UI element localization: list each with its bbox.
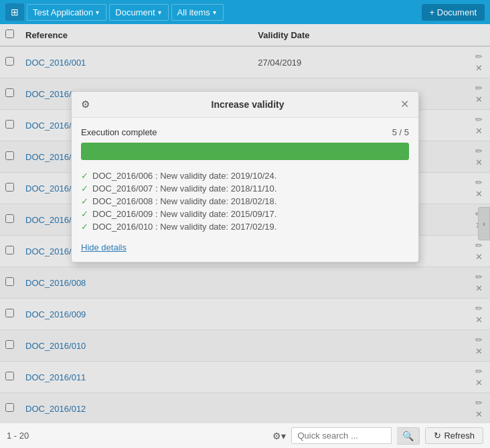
refresh-button[interactable]: ↻ Refresh	[425, 427, 483, 444]
result-item: ✓DOC_2016/009 : New validity date: 2015/…	[81, 208, 409, 220]
search-button[interactable]: 🔍	[397, 427, 420, 445]
increase-validity-modal: ⚙ Increase validity ✕ Execution complete…	[71, 91, 419, 263]
refresh-icon: ↻	[434, 431, 441, 441]
breadcrumb-all-items[interactable]: All items	[171, 4, 224, 21]
check-icon: ✓	[81, 209, 88, 219]
modal-close-button[interactable]: ✕	[400, 99, 409, 110]
quick-search-input[interactable]	[291, 427, 392, 444]
add-document-button[interactable]: + Document	[422, 4, 485, 21]
result-item: ✓DOC_2016/007 : New validity date: 2018/…	[81, 182, 409, 195]
filter-icon: ⚙▾	[272, 431, 286, 441]
check-icon: ✓	[81, 222, 88, 232]
header: ⊞ Test Application Document All items + …	[0, 0, 490, 24]
breadcrumb-document[interactable]: Document	[109, 4, 168, 21]
execution-header: Execution complete 5 / 5	[81, 127, 409, 137]
result-list: ✓DOC_2016/006 : New validity date: 2019/…	[81, 169, 409, 233]
progress-bar-fill	[81, 143, 409, 160]
add-document-label: + Document	[430, 7, 477, 17]
result-item: ✓DOC_2016/006 : New validity date: 2019/…	[81, 169, 409, 182]
execution-count: 5 / 5	[392, 127, 409, 137]
refresh-label: Refresh	[444, 431, 475, 441]
progress-bar-background	[81, 143, 409, 160]
search-icon: 🔍	[402, 431, 414, 441]
check-icon: ✓	[81, 171, 88, 181]
modal-title: Increase validity	[95, 99, 400, 110]
check-icon: ✓	[81, 183, 88, 194]
footer: 1 - 20 ⚙▾ 🔍 ↻ Refresh	[0, 423, 490, 448]
table-container: Reference Validity Date DOC_2016/001 27/…	[0, 24, 490, 423]
gear-icon: ⚙	[81, 98, 90, 110]
result-text: DOC_2016/007 : New validity date: 2018/1…	[92, 183, 276, 194]
result-item: ✓DOC_2016/010 : New validity date: 2017/…	[81, 220, 409, 233]
filter-button[interactable]: ⚙▾	[272, 431, 286, 441]
pagination-label: 1 - 20	[7, 431, 29, 441]
check-icon: ✓	[81, 196, 88, 206]
result-text: DOC_2016/008 : New validity date: 2018/0…	[92, 196, 276, 206]
result-text: DOC_2016/006 : New validity date: 2019/1…	[92, 171, 276, 181]
execution-label: Execution complete	[81, 127, 157, 137]
breadcrumb-document-label: Document	[115, 7, 155, 17]
hide-details-button[interactable]: Hide details	[81, 242, 127, 252]
result-item: ✓DOC_2016/008 : New validity date: 2018/…	[81, 195, 409, 208]
breadcrumb-app-label: Test Application	[33, 7, 93, 17]
breadcrumb-all-items-label: All items	[177, 7, 210, 17]
app-icon: ⊞	[5, 3, 24, 21]
modal-header: ⚙ Increase validity ✕	[72, 92, 418, 118]
result-text: DOC_2016/009 : New validity date: 2015/0…	[92, 209, 276, 219]
modal-body: Execution complete 5 / 5 ✓DOC_2016/006 :…	[72, 118, 418, 262]
breadcrumb-app[interactable]: Test Application	[27, 4, 106, 21]
modal-overlay: ⚙ Increase validity ✕ Execution complete…	[0, 24, 490, 423]
result-text: DOC_2016/010 : New validity date: 2017/0…	[92, 222, 276, 232]
